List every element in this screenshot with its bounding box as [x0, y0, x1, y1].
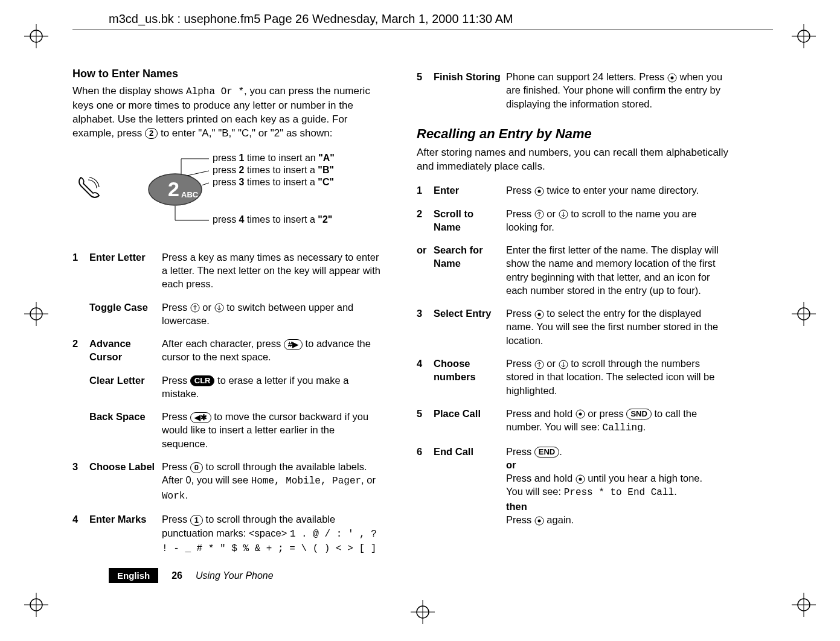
- diagram-key-number: 2: [168, 177, 179, 200]
- key-snd-icon: SND: [626, 409, 651, 419]
- svg-point-37: [537, 190, 540, 193]
- page-header: m3cd_us.bk : usephone.fm5 Page 26 Wednes…: [72, 12, 773, 26]
- left-column: How to Enter Names When the display show…: [72, 66, 386, 562]
- table-row: Clear Letter Press CLR to erase a letter…: [72, 370, 386, 407]
- ok-icon: [534, 187, 544, 196]
- svg-text:press 3 times to insert a "C": press 3 times to insert a "C": [213, 177, 334, 187]
- table-row: 1 Enter Letter Press a key as many times…: [72, 247, 386, 297]
- key-press-diagram: 2 ABC press 1 time to insert an "A" pres…: [72, 150, 386, 229]
- diagram-key-letters: ABC: [181, 190, 199, 199]
- recalling-intro: After storing names and numbers, you can…: [417, 146, 731, 174]
- right-column: 5 Finish Storing Phone can support 24 le…: [417, 66, 731, 562]
- table-row: 5 Finish Storing Phone can support 24 le…: [417, 66, 731, 116]
- ok-icon: [534, 516, 544, 526]
- crop-mark-icon: [24, 593, 48, 617]
- how-to-enter-names-heading: How to Enter Names: [72, 66, 386, 81]
- page-number: 26: [172, 570, 182, 581]
- crop-mark-icon: [24, 24, 48, 48]
- key-hash-icon: #▶: [284, 339, 303, 350]
- svg-point-41: [537, 313, 540, 316]
- right-topstep-table: 5 Finish Storing Phone can support 24 le…: [417, 66, 731, 116]
- arrow-down-icon: [214, 303, 224, 313]
- ok-icon: [575, 409, 585, 419]
- table-row: or Search for Name Enter the first lette…: [417, 240, 731, 303]
- table-row: 4 Enter Marks Press 1 to scroll through …: [72, 509, 386, 561]
- crop-mark-icon: [792, 593, 816, 617]
- table-row: 3 Choose Label Press 0 to scroll through…: [72, 456, 386, 509]
- svg-text:press 4 times to insert a "2": press 4 times to insert a "2": [213, 214, 332, 225]
- ok-icon: [575, 474, 585, 484]
- table-row: 4 Choose numbers Press or to scroll thro…: [417, 353, 731, 403]
- arrow-down-icon: [559, 360, 568, 369]
- table-row: 5 Place Call Press and hold or press SND…: [417, 403, 731, 441]
- page-footer: English 26 Using Your Phone: [109, 568, 274, 583]
- language-badge: English: [109, 568, 158, 583]
- table-row: 6 End Call Press END. or Press and hold …: [417, 441, 731, 533]
- arrow-up-icon: [190, 303, 200, 313]
- table-row: Back Space Press ◀✱ to move the cursor b…: [72, 406, 386, 456]
- key-2-icon: 2: [145, 128, 158, 139]
- arrow-down-icon: [559, 209, 568, 219]
- key-clr-icon: CLR: [190, 375, 215, 386]
- divider: [72, 30, 773, 30]
- svg-text:press 1 time to insert an "A": press 1 time to insert an "A": [213, 153, 335, 163]
- right-steps-table: 1 Enter Press twice to enter your name d…: [417, 180, 731, 532]
- recalling-entry-heading: Recalling an Entry by Name: [417, 125, 731, 143]
- alpha-or-text: Alpha Or *: [186, 86, 244, 97]
- table-row: 3 Select Entry Press to select the entry…: [417, 303, 731, 353]
- ok-icon: [667, 73, 677, 83]
- ok-icon: [534, 310, 544, 319]
- svg-point-45: [579, 413, 582, 416]
- arrow-up-icon: [534, 360, 544, 369]
- crop-mark-icon: [24, 302, 48, 326]
- svg-point-47: [579, 477, 582, 480]
- svg-text:press 2 times to insert a "B": press 2 times to insert a "B": [213, 165, 334, 175]
- left-steps-table: 1 Enter Letter Press a key as many times…: [72, 247, 386, 562]
- table-row: 1 Enter Press twice to enter your name d…: [417, 180, 731, 203]
- svg-point-35: [670, 76, 673, 79]
- crop-mark-icon: [792, 302, 816, 326]
- key-0-icon: 0: [190, 462, 203, 473]
- key-1-icon: 1: [190, 515, 203, 526]
- table-row: 2 Advance Cursor After each character, p…: [72, 333, 386, 370]
- svg-line-25: [202, 183, 209, 185]
- intro-paragraph: When the display shows Alpha Or *, you c…: [72, 85, 386, 140]
- crop-mark-icon: [792, 24, 816, 48]
- svg-point-49: [537, 519, 540, 522]
- svg-line-24: [187, 171, 209, 176]
- crop-mark-icon: [411, 600, 435, 627]
- key-end-icon: END: [534, 447, 559, 458]
- table-row: 2 Scroll to Name Press or to scroll to t…: [417, 203, 731, 240]
- key-star-icon: ◀✱: [190, 412, 211, 423]
- page-title: Using Your Phone: [196, 570, 274, 581]
- table-row: Toggle Case Press or to switch between u…: [72, 297, 386, 334]
- arrow-up-icon: [534, 209, 544, 219]
